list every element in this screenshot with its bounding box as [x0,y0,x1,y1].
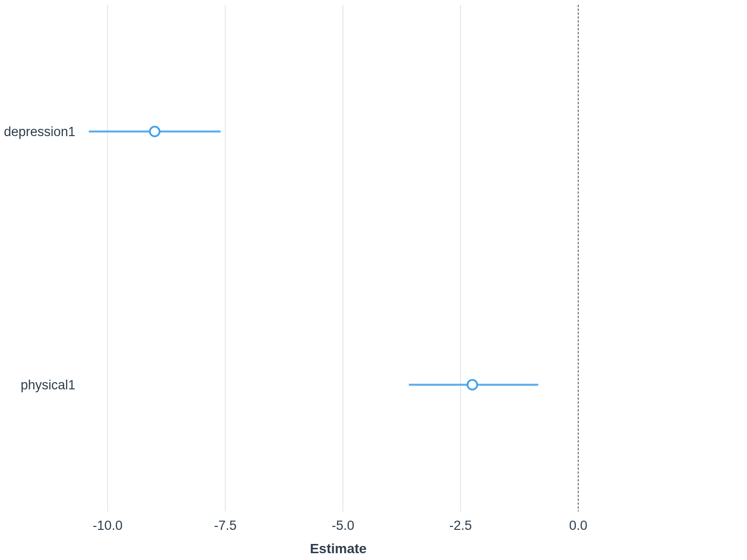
y-tick-label: depression1 [4,124,75,139]
x-axis-title: Estimate [310,541,367,556]
x-tick-label: -10.0 [93,518,123,533]
y-tick-label: physical1 [20,378,75,392]
estimate-point [150,127,160,137]
x-tick-label: -2.5 [449,518,472,533]
chart-svg: -10.0-7.5-5.0-2.50.0Estimatedepression1p… [0,0,747,560]
forest-plot: -10.0-7.5-5.0-2.50.0Estimatedepression1p… [0,0,747,560]
x-tick-label: -5.0 [332,518,355,533]
estimate-point [467,380,477,390]
x-tick-label: -7.5 [214,518,237,533]
x-tick-label: 0.0 [569,518,587,533]
